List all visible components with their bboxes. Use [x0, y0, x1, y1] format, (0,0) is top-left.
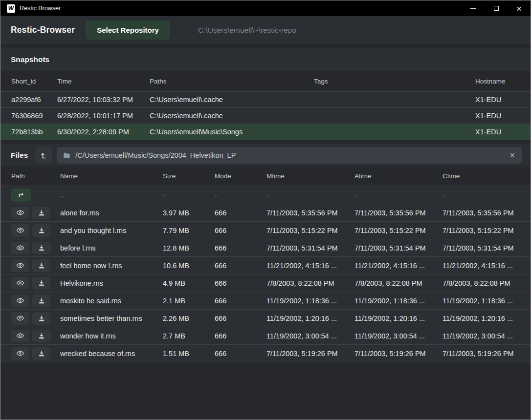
file-ctime: 7/11/2003, 5:19:26 PM — [442, 350, 520, 357]
snapshots-section-header: Snapshots — [0, 48, 531, 71]
file-size: 2.26 MB — [163, 315, 215, 322]
file-row: and you thought l.rns 7.79 MB 666 7/11/2… — [0, 222, 531, 239]
column-header-short-id: Short_id — [11, 78, 57, 85]
download-icon — [38, 333, 45, 339]
app-logo-icon: W — [7, 4, 15, 13]
file-name: feel home now !.rns — [60, 262, 163, 270]
file-name: alone for.rns — [60, 209, 163, 217]
preview-file-button[interactable] — [11, 259, 29, 272]
repository-path-field[interactable]: C:\Users\emuell\~\restic-repo — [198, 26, 296, 35]
file-name: before l.rns — [60, 244, 163, 252]
select-repository-button[interactable]: Select Repository — [86, 21, 170, 40]
file-row: alone for.rns 3.97 MB 666 7/11/2003, 5:3… — [0, 204, 531, 222]
file-atime: 7/11/2003, 5:35:56 PM — [354, 209, 442, 217]
download-icon — [38, 297, 45, 304]
file-name: sometimes better than.rns — [60, 315, 163, 322]
download-file-button[interactable] — [32, 242, 50, 254]
file-mode: 666 — [215, 315, 266, 322]
snapshot-row[interactable]: a2299af6 6/27/2022, 10:03:32 PM C:\Users… — [0, 92, 531, 108]
eye-icon — [16, 245, 24, 251]
file-row: Helvikone.rns 4.9 MB 666 7/8/2003, 8:22:… — [0, 274, 531, 292]
clear-path-button[interactable]: × — [509, 151, 516, 160]
clear-icon: × — [509, 150, 515, 160]
file-mtime: 7/8/2003, 8:22:08 PM — [266, 279, 354, 287]
preview-file-button[interactable] — [11, 242, 29, 254]
file-mtime: 11/19/2002, 1:18:36 ... — [266, 297, 354, 305]
file-row: feel home now !.rns 10.6 MB 666 11/21/20… — [0, 257, 531, 274]
column-header-size: Size — [163, 172, 215, 180]
folder-icon — [63, 152, 70, 159]
snapshot-short-id: a2299af6 — [11, 96, 57, 104]
page-title: Restic-Browser — [11, 25, 75, 35]
preview-file-button[interactable] — [11, 312, 29, 325]
preview-file-button[interactable] — [11, 277, 29, 290]
download-file-button[interactable] — [32, 312, 50, 325]
eye-icon — [16, 297, 24, 304]
preview-file-button[interactable] — [11, 294, 29, 307]
download-file-button[interactable] — [32, 347, 50, 360]
download-icon — [38, 280, 45, 287]
file-name: wrecked because of.rns — [60, 350, 163, 357]
minimize-button[interactable] — [462, 0, 485, 16]
file-mtime: 7/11/2003, 5:19:26 PM — [266, 350, 354, 357]
column-header-mode: Mode — [215, 172, 266, 180]
file-name: wonder how it.rns — [60, 332, 163, 340]
column-header-tags: Tags — [314, 78, 475, 85]
app-window: W Restic Browser × Restic-Browser Select… — [0, 0, 531, 420]
file-size: - — [163, 191, 215, 199]
snapshot-row[interactable]: 72b813bb 6/30/2022, 2:28:09 PM C:\Users\… — [0, 124, 531, 140]
snapshot-time: 6/30/2022, 2:28:09 PM — [57, 128, 150, 136]
file-name: moskito he said.rns — [60, 297, 163, 305]
preview-file-button[interactable] — [11, 330, 29, 342]
close-button[interactable]: × — [508, 0, 531, 16]
window-title: Restic Browser — [20, 5, 61, 12]
navigate-up-button[interactable] — [35, 147, 52, 164]
titlebar[interactable]: W Restic Browser × — [0, 0, 531, 16]
download-file-button[interactable] — [32, 330, 50, 342]
snapshot-time: 6/27/2022, 10:03:32 PM — [57, 96, 150, 104]
file-mode: 666 — [215, 262, 266, 270]
current-path-bar[interactable]: /C/Users/emuell/Music/Songs/2004_Helveti… — [57, 147, 522, 164]
file-mode: 666 — [215, 209, 266, 217]
file-atime: 7/11/2003, 5:15:22 PM — [354, 227, 442, 234]
files-title: Files — [11, 151, 28, 160]
file-mode: - — [215, 191, 266, 199]
download-file-button[interactable] — [32, 207, 50, 219]
column-header-paths: Paths — [150, 78, 314, 85]
file-mtime: 11/21/2002, 4:15:16 ... — [266, 262, 354, 270]
snapshot-paths: C:\Users\emuell\.cache — [150, 96, 314, 104]
column-header-name: Name — [60, 172, 163, 180]
snapshot-hostname: X1-EDU — [475, 128, 520, 136]
file-size: 4.9 MB — [163, 279, 215, 287]
file-ctime: 11/21/2002, 4:15:16 ... — [442, 262, 520, 270]
parent-directory-row: .. - - - - - — [0, 186, 531, 204]
download-file-button[interactable] — [32, 224, 50, 237]
download-file-button[interactable] — [32, 277, 50, 290]
file-row: moskito he said.rns 2.1 MB 666 11/19/200… — [0, 292, 531, 310]
file-ctime: 11/19/2002, 3:00:54 ... — [442, 332, 520, 340]
window-controls: × — [462, 0, 531, 16]
download-icon — [38, 315, 45, 322]
snapshot-row[interactable]: 76306869 6/28/2022, 10:01:17 PM C:\Users… — [0, 108, 531, 124]
go-to-parent-button[interactable] — [11, 189, 31, 202]
column-header-path: Path — [11, 172, 60, 180]
file-ctime: - — [442, 191, 520, 199]
snapshots-title: Snapshots — [11, 55, 49, 64]
preview-file-button[interactable] — [11, 207, 29, 219]
download-file-button[interactable] — [32, 294, 50, 307]
snapshot-hostname: X1-EDU — [475, 112, 520, 120]
files-table: Path Name Size Mode Mtime Atime Ctime — [0, 167, 531, 362]
preview-file-button[interactable] — [11, 347, 29, 360]
maximize-button[interactable] — [485, 0, 508, 16]
preview-file-button[interactable] — [11, 224, 29, 237]
maximize-icon — [494, 6, 499, 11]
file-mode: 666 — [215, 350, 266, 357]
snapshot-short-id: 72b813bb — [11, 128, 57, 136]
file-row: wrecked because of.rns 1.51 MB 666 7/11/… — [0, 345, 531, 362]
download-file-button[interactable] — [32, 259, 50, 272]
file-mode: 666 — [215, 279, 266, 287]
snapshots-table-header: Short_id Time Paths Tags Hostname — [0, 71, 531, 92]
file-size: 12.8 MB — [163, 244, 215, 252]
file-mtime: 11/19/2002, 3:00:54 ... — [266, 332, 354, 340]
file-ctime: 7/11/2003, 5:15:22 PM — [442, 227, 520, 234]
